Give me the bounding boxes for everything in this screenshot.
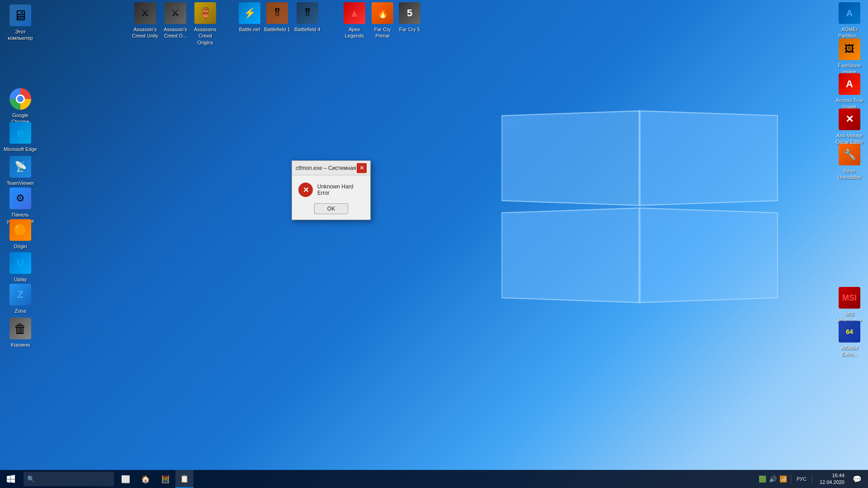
search-bar[interactable]: 🔍: [24, 472, 114, 486]
search-icon: 🔍: [27, 475, 35, 483]
calculator-button[interactable]: 🧮: [156, 470, 175, 488]
dialog-close-button[interactable]: ✕: [357, 163, 367, 173]
taskbar: 🔍 ⬜ 🏠 🧮 📋 🟩 🔊 📶 РУС: [0, 470, 868, 488]
start-button[interactable]: [0, 470, 22, 488]
active-app-item[interactable]: 📋: [175, 470, 193, 488]
clock-date: 12.04.2020: [820, 479, 844, 486]
dialog-ok-button[interactable]: OK: [314, 203, 348, 214]
volume-tray-icon[interactable]: 🔊: [769, 475, 777, 483]
dialog-message: Unknown Hard Error: [317, 183, 364, 196]
desktop: 🖥 Этот компьютер ⚔ Assassin's Creed Unit…: [0, 0, 868, 488]
calculator-icon: 🧮: [161, 475, 170, 483]
dialog-title: ctfmon.exe – Системная ошибка: [296, 165, 357, 171]
clock-time: 16:44: [820, 472, 844, 479]
systray-icons: 🟩 🔊 📶: [759, 475, 787, 483]
system-clock[interactable]: 16:44 12.04.2020: [816, 472, 848, 486]
active-app-icon: 📋: [180, 474, 189, 483]
system-tray: 🟩 🔊 📶 РУС 16:44 12.04.2020 💬: [755, 470, 868, 488]
windows-logo-icon: [7, 475, 15, 483]
language-indicator[interactable]: РУС: [795, 476, 808, 482]
tray-divider: [791, 474, 791, 483]
network-tray-icon[interactable]: 📶: [779, 475, 787, 483]
cortana-button[interactable]: 🏠: [136, 470, 156, 488]
dialog-overlay: ctfmon.exe – Системная ошибка ✕ Unknown …: [0, 0, 868, 488]
error-dialog: ctfmon.exe – Системная ошибка ✕ Unknown …: [292, 160, 371, 220]
notification-icon: 💬: [853, 475, 862, 483]
task-view-icon: ⬜: [121, 475, 130, 483]
dialog-body: Unknown Hard Error OK: [292, 175, 370, 220]
dialog-message-row: Unknown Hard Error: [298, 183, 364, 197]
nvidia-tray-icon[interactable]: 🟩: [759, 475, 766, 483]
tray-divider2: [812, 474, 812, 483]
cortana-icon: 🏠: [141, 475, 150, 483]
notification-center-button[interactable]: 💬: [850, 470, 864, 488]
error-icon: [298, 183, 313, 197]
task-view-button[interactable]: ⬜: [116, 470, 136, 488]
dialog-titlebar[interactable]: ctfmon.exe – Системная ошибка ✕: [292, 161, 370, 175]
